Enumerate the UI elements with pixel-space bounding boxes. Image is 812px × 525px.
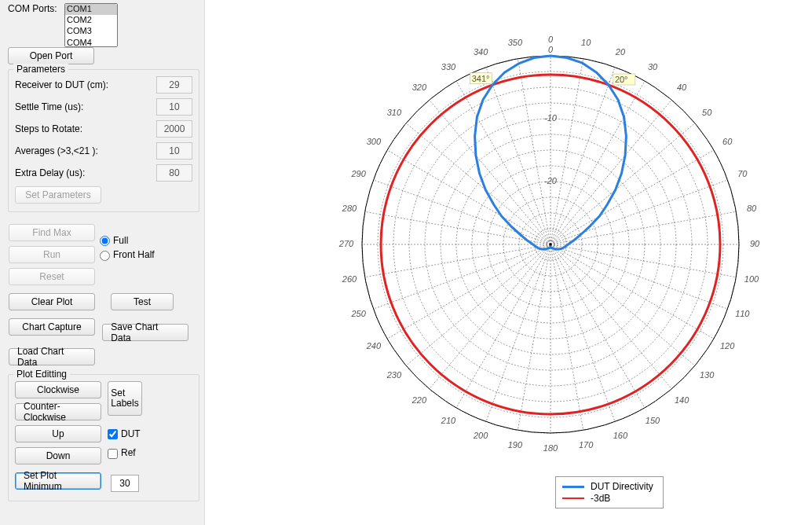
svg-text:341°: 341° (472, 74, 490, 83)
ref-checkbox[interactable] (108, 449, 118, 459)
param-input-extra-delay[interactable] (156, 164, 192, 182)
param-row: Extra Delay (us): (15, 164, 192, 182)
svg-line-34 (456, 244, 550, 408)
svg-line-19 (550, 150, 714, 244)
save-chart-data-button[interactable]: Save Chart Data (102, 324, 188, 341)
find-max-button[interactable]: Find Max (9, 224, 95, 241)
svg-text:-20: -20 (544, 176, 558, 185)
param-row: Receiver to DUT (cm): (15, 76, 192, 94)
ref-checkbox-label[interactable]: Ref (108, 447, 142, 458)
reset-button[interactable]: Reset (9, 268, 95, 285)
ref-checkbox-text: Ref (121, 447, 136, 458)
svg-text:210: 210 (441, 416, 456, 425)
svg-line-18 (550, 123, 695, 244)
com-port-option[interactable]: COM2 (65, 15, 117, 26)
param-input-steps-rotate[interactable] (156, 120, 192, 138)
svg-text:260: 260 (342, 274, 357, 284)
svg-text:330: 330 (441, 62, 456, 72)
svg-text:190: 190 (508, 440, 523, 450)
svg-text:40: 40 (677, 83, 687, 92)
svg-text:270: 270 (338, 239, 354, 248)
load-chart-data-button[interactable]: Load Chart Data (9, 348, 95, 365)
svg-line-25 (550, 244, 714, 339)
svg-line-28 (550, 244, 645, 408)
svg-text:300: 300 (367, 137, 382, 146)
dut-checkbox[interactable] (108, 429, 118, 439)
com-port-option[interactable]: COM1 (65, 4, 117, 15)
test-button[interactable]: Test (111, 293, 174, 310)
chart-area: 0102030405060708090100110120130140150160… (204, 0, 812, 525)
svg-text:310: 310 (387, 108, 402, 117)
svg-text:10: 10 (581, 38, 591, 47)
svg-text:230: 230 (386, 370, 402, 380)
svg-line-16 (550, 81, 645, 244)
parameters-group: Parameters Receiver to DUT (cm): Settle … (8, 69, 199, 212)
svg-text:170: 170 (579, 440, 594, 450)
set-parameters-button[interactable]: Set Parameters (15, 186, 101, 204)
svg-text:0: 0 (548, 35, 554, 44)
param-row: Averages (>3,<21 ): (15, 142, 192, 160)
mode-full-radio[interactable] (100, 236, 110, 246)
svg-text:180: 180 (543, 443, 558, 453)
svg-text:30: 30 (648, 62, 658, 72)
svg-text:200: 200 (473, 431, 488, 440)
legend-label-dut: DUT Directivity (591, 481, 653, 492)
param-input-receiver-dut[interactable] (156, 76, 192, 94)
svg-text:90: 90 (750, 239, 760, 248)
svg-line-42 (373, 180, 550, 244)
set-plot-minimum-button[interactable]: Set Plot Minimum (15, 472, 101, 490)
svg-line-14 (550, 59, 583, 244)
com-port-option[interactable]: COM3 (65, 26, 117, 37)
mode-full-text: Full (113, 235, 128, 246)
parameters-title: Parameters (13, 64, 68, 75)
com-ports-list[interactable]: COM1 COM2 COM3 COM4 (64, 3, 118, 47)
clockwise-button[interactable]: Clockwise (15, 381, 101, 398)
mode-fronthalf-radio[interactable] (100, 251, 110, 261)
com-ports-label: COM Ports: (8, 3, 64, 14)
legend-item-3db: -3dB (562, 493, 653, 504)
svg-text:240: 240 (366, 341, 382, 351)
svg-text:0: 0 (548, 45, 554, 54)
param-label: Steps to Rotate: (15, 123, 156, 134)
svg-line-24 (550, 244, 728, 309)
plot-editing-group: Plot Editting Clockwise Counter-Clockwis… (8, 374, 199, 501)
svg-text:140: 140 (675, 395, 689, 405)
mode-full-label[interactable]: Full (100, 235, 155, 246)
plot-minimum-input[interactable] (111, 475, 139, 492)
svg-line-30 (550, 244, 583, 430)
param-label: Averages (>3,<21 ): (15, 145, 156, 156)
svg-text:50: 50 (702, 108, 712, 117)
svg-text:20: 20 (615, 47, 626, 57)
svg-text:220: 220 (411, 395, 427, 405)
svg-line-39 (365, 244, 550, 277)
clear-plot-button[interactable]: Clear Plot (9, 293, 95, 310)
svg-text:120: 120 (720, 341, 735, 351)
param-input-averages[interactable] (156, 142, 192, 160)
svg-line-44 (406, 123, 550, 244)
svg-line-33 (486, 244, 550, 422)
down-button[interactable]: Down (15, 447, 101, 464)
legend-label-3db: -3dB (591, 493, 610, 504)
set-labels-button[interactable]: Set Labels (108, 381, 142, 416)
svg-line-29 (550, 244, 615, 422)
svg-line-47 (486, 67, 550, 244)
run-button[interactable]: Run (9, 246, 95, 263)
param-label: Receiver to DUT (cm): (15, 79, 156, 90)
svg-line-37 (387, 244, 550, 339)
svg-line-20 (550, 180, 728, 244)
mode-fronthalf-label[interactable]: Front Half (100, 249, 155, 260)
svg-text:250: 250 (351, 309, 367, 318)
svg-line-21 (550, 211, 736, 244)
svg-line-17 (550, 100, 671, 244)
mode-fronthalf-text: Front Half (113, 249, 155, 260)
param-row: Settle Time (us): (15, 98, 192, 116)
chart-capture-button[interactable]: Chart Capture (9, 318, 95, 336)
dut-checkbox-label[interactable]: DUT (108, 428, 142, 439)
up-button[interactable]: Up (15, 425, 101, 442)
com-port-option[interactable]: COM4 (65, 38, 117, 47)
svg-line-46 (456, 81, 550, 244)
param-input-settle-time[interactable] (156, 98, 192, 116)
ccw-button[interactable]: Counter-Clockwise (15, 403, 101, 420)
open-port-button[interactable]: Open Port (8, 47, 94, 64)
svg-text:60: 60 (722, 137, 733, 146)
